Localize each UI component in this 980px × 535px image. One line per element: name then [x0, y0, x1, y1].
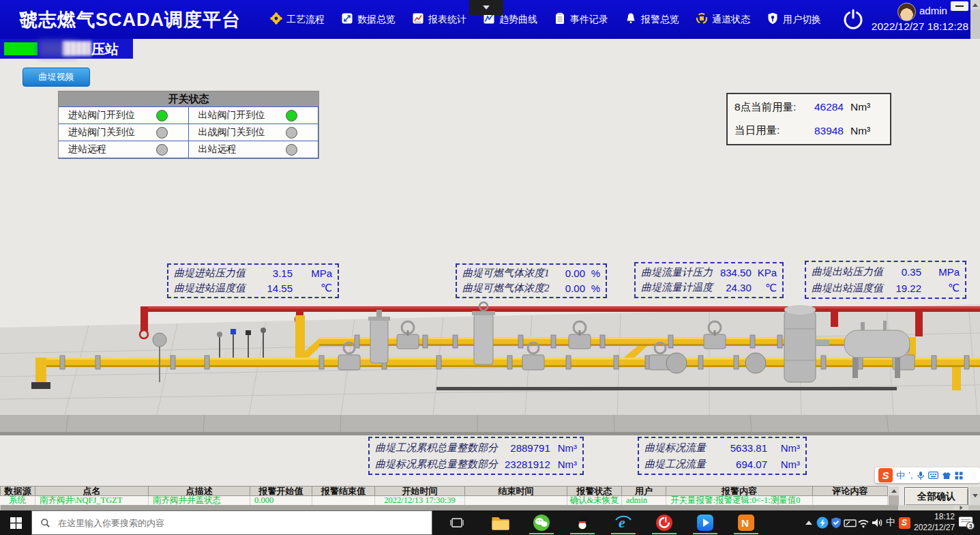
header-datetime: 2022/12/27 18:12:28 — [863, 20, 968, 33]
alarm-scrollbar-thumb[interactable] — [889, 495, 899, 505]
alarm-col-header[interactable]: 用户 — [622, 486, 666, 496]
chevron-down-icon — [483, 5, 490, 10]
svg-text:N: N — [741, 517, 749, 529]
alarm-col-header[interactable]: 点名 — [35, 486, 149, 496]
menu-item-user-switch[interactable]: 用户切换 — [766, 12, 821, 28]
menu-item-process-flow[interactable]: 工艺流程 — [269, 12, 325, 28]
file-explorer-button[interactable] — [480, 510, 521, 535]
tray-expand-chevron[interactable] — [802, 510, 816, 535]
microphone-icon[interactable] — [917, 471, 925, 480]
switch-label: 出战阀门关到位 — [198, 126, 265, 139]
usage-label: 8点当前用量: — [734, 100, 796, 115]
touch-keyboard-tray-icon[interactable] — [843, 510, 857, 535]
alarm-col-header[interactable]: 报警状态 — [567, 486, 622, 496]
alarm-cell[interactable] — [465, 496, 567, 505]
menu-item-data-overview[interactable]: 数据总览 — [340, 12, 396, 28]
alarm-col-header[interactable]: 点描述 — [149, 486, 250, 496]
page-scrollbar-down[interactable] — [970, 487, 980, 505]
alarm-cell[interactable]: 南齐阀井\NQFJ_TGZT — [35, 496, 149, 505]
alarm-cell[interactable]: 0.000 — [250, 496, 312, 505]
page-scrollbar-thumb[interactable] — [970, 10, 980, 39]
taskbar-clock[interactable]: 18:122022/12/27 — [914, 512, 955, 533]
page-scrollbar-up[interactable] — [970, 0, 980, 10]
alarm-cell[interactable] — [813, 496, 888, 505]
internet-explorer-button[interactable]: e — [603, 510, 644, 535]
arrow-right-icon — [960, 506, 962, 510]
security-shield-tray-icon[interactable] — [829, 510, 843, 535]
volume-tray-icon[interactable] — [870, 510, 884, 535]
station-status-rect — [4, 42, 38, 55]
switch-label: 进站阀门开到位 — [68, 109, 135, 121]
switch-cell: 出站远程 — [189, 141, 319, 158]
report-stats-icon — [411, 12, 425, 28]
menu-item-label: 趋势曲线 — [499, 14, 537, 26]
qq-icon — [574, 514, 591, 532]
qq-button[interactable] — [562, 510, 603, 535]
station-video-button[interactable]: 曲堤视频 — [23, 68, 90, 87]
recorder-app-button[interactable]: N — [726, 510, 767, 535]
alarm-col-header[interactable]: 报警开始值 — [250, 486, 312, 496]
flowrate-panel: 曲堤标况流量5633.81Nm³ 曲堤工况流量694.07Nm³ — [638, 437, 807, 475]
gauge-unit: Nm³ — [550, 442, 577, 454]
soft-keyboard-icon[interactable] — [928, 472, 938, 479]
process-flow-icon — [269, 12, 283, 28]
sogou-logo-icon[interactable]: S — [878, 468, 893, 482]
taskbar-search-box[interactable] — [31, 510, 432, 535]
logout-power-button[interactable] — [841, 8, 865, 35]
search-input[interactable] — [57, 517, 346, 529]
alarm-col-header[interactable]: 报警结束值 — [312, 486, 375, 496]
arrow-up-icon — [891, 489, 897, 493]
notification-center-button[interactable]: 3 — [955, 510, 978, 535]
h-scrollbar-thumb[interactable] — [1, 505, 898, 510]
recorder-collapse-chevron[interactable] — [469, 0, 503, 15]
alarm-col-header[interactable]: 数据源 — [0, 486, 35, 496]
alarm-col-header[interactable]: 结束时间 — [465, 486, 567, 496]
ime-mode-toggle[interactable]: 中 — [896, 469, 905, 482]
alarm-col-header[interactable]: 报警内容 — [666, 486, 813, 496]
confirm-all-button[interactable]: 全部确认 — [904, 487, 968, 506]
menu-item-label: 事件记录 — [570, 14, 608, 26]
alarm-cell[interactable]: 南齐阀井井盖状态 — [149, 496, 250, 505]
usage-unit: Nm³ — [844, 125, 883, 137]
search-icon — [40, 518, 50, 528]
alarm-cell[interactable]: admin — [622, 496, 666, 505]
thunder-tray-icon[interactable] — [816, 510, 829, 535]
user-avatar[interactable] — [897, 3, 916, 21]
menu-item-report-stats[interactable]: 报表统计 — [411, 12, 466, 28]
data-overview-icon — [340, 12, 354, 28]
gauge-value: 0.00 — [555, 283, 585, 294]
ime-indicator[interactable]: 中 — [884, 510, 897, 535]
alarm-cell[interactable]: 确认&未恢复 — [567, 496, 622, 505]
menu-item-channel-status[interactable]: 通道状态 — [695, 12, 750, 28]
netease-music-button[interactable] — [644, 510, 685, 535]
minimize-button[interactable] — [951, 1, 968, 11]
start-button[interactable] — [0, 510, 31, 535]
user-switch-shield-icon — [766, 12, 779, 28]
alarm-col-header[interactable]: 开始时间 — [375, 486, 465, 496]
station-tab-label: 压站 — [91, 40, 119, 59]
alarm-scrollbar-up[interactable] — [889, 487, 899, 495]
task-view-button[interactable] — [442, 510, 472, 535]
usage-unit: Nm³ — [844, 101, 883, 113]
alarm-cell[interactable]: 开关量报警:报警逻辑:0<-1:测量值0 — [666, 496, 813, 505]
gauge-label: 曲堤出站压力值 — [812, 265, 885, 278]
ime-punctuation-toggle[interactable]: ’, — [908, 470, 913, 480]
alarm-col-header[interactable]: 评论内容 — [813, 486, 888, 496]
wechat-button[interactable] — [521, 510, 562, 535]
alarm-cell[interactable]: 2022/12/13 17:30:39 — [375, 496, 465, 505]
video-player-button[interactable] — [685, 510, 726, 535]
sogou-menu-grid-icon[interactable] — [955, 472, 963, 480]
skin-icon[interactable] — [942, 472, 951, 480]
menu-item-alarm-overview[interactable]: 报警总览 — [624, 12, 679, 28]
gauge-value: 24.30 — [713, 282, 752, 293]
windows-taskbar: e N 中 S 18:122022/12/27 3 — [0, 510, 980, 535]
alarm-cell[interactable] — [312, 496, 375, 505]
h-scrollbar-right[interactable] — [953, 505, 968, 510]
menu-item-event-log[interactable]: 事件记录 — [553, 12, 608, 28]
inlet-gauge-panel: 曲堤进站压力值3.15MPa 曲堤进站温度值14.55℃ — [167, 263, 339, 298]
wifi-tray-icon[interactable] — [857, 510, 870, 535]
alarm-cell[interactable]: 系统 — [0, 496, 35, 505]
gauge-label: 曲堤出站温度值 — [812, 282, 885, 295]
play-icon — [696, 514, 714, 532]
sogou-tray-icon[interactable]: S — [897, 510, 911, 535]
